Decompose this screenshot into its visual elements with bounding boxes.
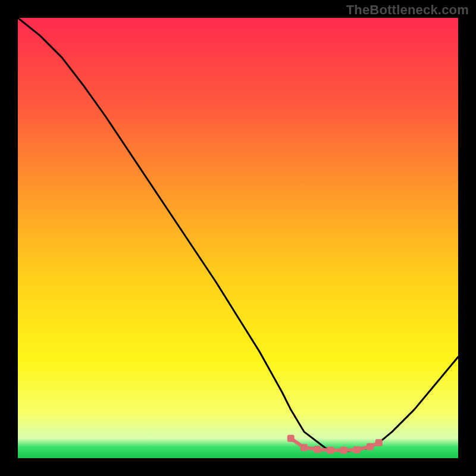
- optimal-marker: [353, 446, 361, 453]
- optimal-marker: [367, 443, 374, 450]
- optimal-marker: [287, 435, 295, 442]
- chart-frame: TheBottleneck.com: [0, 0, 476, 476]
- chart-svg: [18, 18, 458, 458]
- watermark-label: TheBottleneck.com: [346, 2, 469, 18]
- gradient-background: [18, 18, 458, 458]
- plot-area: [18, 18, 458, 458]
- optimal-marker: [314, 446, 321, 453]
- optimal-marker: [340, 447, 347, 454]
- optimal-marker: [327, 447, 334, 454]
- optimal-marker: [300, 444, 308, 451]
- optimal-marker: [375, 439, 383, 446]
